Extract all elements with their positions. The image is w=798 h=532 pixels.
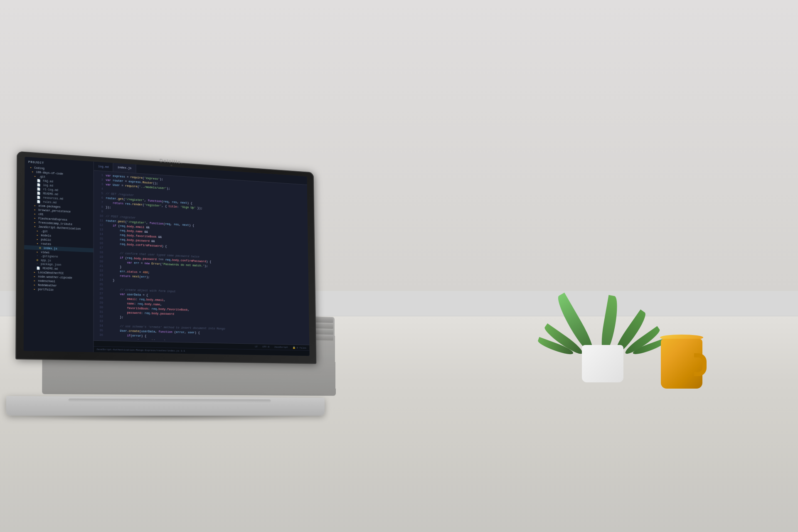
- plant-pot: [582, 345, 623, 382]
- ide-sidebar: Project ▾ Coding ▾ 100-days-of-code ▸ .g…: [24, 157, 94, 352]
- file-path: JavaScript-Authentication-Mongo-Express/…: [96, 348, 185, 352]
- code-text: var express = require('express'); var ro…: [106, 173, 309, 343]
- status-encoding: LF: [255, 345, 258, 348]
- desk-reflection: [0, 449, 798, 532]
- coffee-mug: [659, 335, 707, 389]
- mug-handle: [694, 353, 707, 376]
- laptop-lid: Project ▾ Coding ▾ 100-days-of-code ▸ .g…: [15, 151, 316, 364]
- status-charset: UTF-8: [262, 345, 269, 348]
- ide-screen: Project ▾ Coding ▾ 100-days-of-code ▸ .g…: [24, 157, 310, 356]
- tab-log[interactable]: log.md: [94, 162, 113, 172]
- laptop-trackpad[interactable]: [69, 399, 271, 403]
- laptop: Project ▾ Coding ▾ 100-days-of-code ▸ .g…: [15, 151, 328, 416]
- line-numbers: 1234 5678 9101112 13141516 17181920 2122…: [94, 172, 106, 339]
- status-files: 🔒 0 files: [293, 346, 306, 349]
- plant-decoration: [557, 224, 648, 382]
- tab-log-label: log.md: [98, 165, 109, 169]
- status-language: JavaScript: [274, 346, 288, 349]
- camera-dot: [170, 165, 172, 166]
- laptop-base: [6, 396, 325, 416]
- screen-bezel: Project ▾ Coding ▾ 100-days-of-code ▸ .g…: [24, 157, 310, 356]
- code-editor-area: 1234 5678 9101112 13141516 17181920 2122…: [94, 170, 309, 345]
- ide-editor: log.md index.js 1234 5678 9101112 131415…: [94, 162, 309, 356]
- plant-leaves: [557, 220, 648, 353]
- tab-indexjs-label: index.js: [118, 166, 132, 170]
- tab-indexjs[interactable]: index.js: [113, 163, 136, 173]
